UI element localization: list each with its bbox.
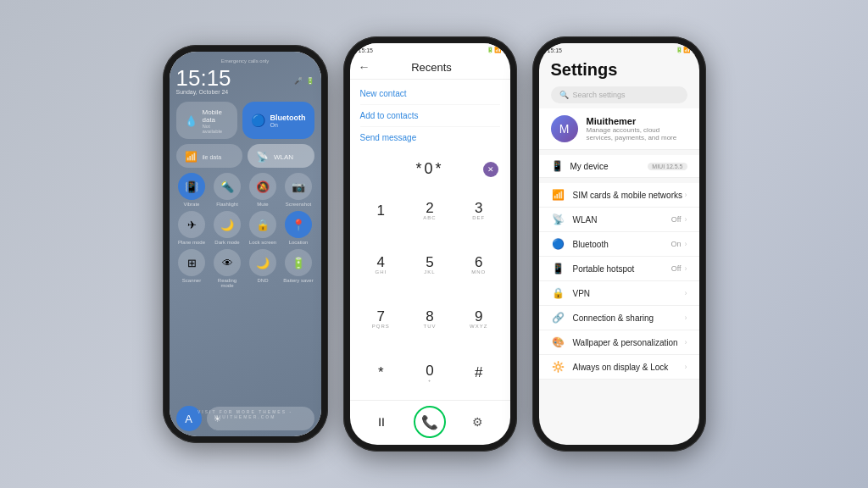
mute-btn[interactable]: 🔕 Mute: [248, 173, 279, 207]
screenshot-icon-circle: 📷: [285, 173, 312, 200]
key-1[interactable]: 1: [357, 183, 406, 237]
sim-icon: 📶: [551, 189, 566, 201]
cc-status-icons: 🎤 🔋: [294, 77, 314, 85]
bluetooth-settings-item[interactable]: 🔵 Bluetooth On ›: [539, 232, 699, 257]
vpn-item-left: 🔒 VPN: [551, 287, 591, 299]
connection-item-right: ›: [685, 313, 687, 322]
key-2-num: 2: [426, 201, 433, 215]
cc-grid-3: ⊞ Scanner 👁 Reading mode 🌙 DND 🔋 Battery…: [176, 249, 314, 288]
wallpaper-icon: 🎨: [551, 336, 566, 348]
key-star[interactable]: *: [357, 346, 406, 400]
battery-saver-label: Battery saver: [283, 278, 313, 283]
key-0[interactable]: 0 +: [405, 346, 454, 400]
hotspot-icon: 📱: [551, 263, 566, 274]
key-hash[interactable]: #: [454, 346, 504, 400]
key-7[interactable]: 7 PQRS: [357, 291, 406, 346]
screenshot-btn[interactable]: 📷 Screenshot: [283, 173, 314, 207]
voicemail-icon[interactable]: ⏸: [370, 410, 393, 434]
key-2[interactable]: 2 ABC: [405, 183, 454, 237]
wallpaper-item-right: ›: [685, 338, 687, 347]
mobile-data-tile2[interactable]: 📶 ile data: [176, 144, 243, 168]
reading-btn[interactable]: 👁 Reading mode: [212, 249, 243, 288]
sim-networks-item[interactable]: 📶 SIM cards & mobile networks ›: [539, 183, 699, 208]
bt-item-right: On ›: [670, 240, 687, 248]
key-6[interactable]: 6 MNO: [454, 237, 504, 291]
key-3-sub: DEF: [472, 215, 485, 220]
location-btn[interactable]: 📍 Location: [283, 211, 314, 245]
dialer-input-area: *0* ✕: [350, 152, 510, 183]
back-button[interactable]: ←: [359, 60, 370, 74]
dnd-icon-circle: 🌙: [249, 249, 276, 276]
hotspot-label: Portable hotspot: [573, 264, 635, 274]
settings-search-bar[interactable]: 🔍 Search settings: [551, 86, 687, 103]
aod-settings-item[interactable]: 🔆 Always on display & Lock ›: [539, 355, 699, 380]
profile-info: Miuithemer Manage accounts, cloud servic…: [587, 116, 687, 141]
wallpaper-label: Wallpaper & personalization: [573, 338, 678, 347]
bluetooth-tile[interactable]: 🔵 Bluetooth On: [242, 102, 314, 139]
key-8[interactable]: 8 TUV: [405, 291, 454, 346]
data-icon2: 📶: [185, 151, 198, 163]
darkmode-icon-circle: 🌙: [214, 211, 241, 238]
key-4[interactable]: 4 GHI: [357, 237, 406, 291]
cc-grid-1: 📳 Vibrate 🔦 Flashlight 🔕 Mute 📷 Screensh…: [176, 173, 314, 207]
key-3[interactable]: 3 DEF: [454, 183, 504, 237]
call-button[interactable]: 📞: [414, 406, 446, 438]
dialer-keypad: 1 2 ABC 3 DEF 4 GHI 5 JKL: [350, 183, 510, 400]
location-label: Location: [289, 240, 309, 245]
settings-time: 15:15: [548, 47, 563, 53]
wlan-settings-icon: 📡: [551, 214, 566, 225]
delete-button[interactable]: ✕: [483, 162, 498, 177]
hotspot-arrow: ›: [685, 264, 687, 273]
vpn-icon: 🔒: [551, 287, 566, 299]
vpn-item-right: ›: [685, 289, 687, 297]
mobile-data-sub: Not available: [203, 124, 229, 134]
vpn-settings-item[interactable]: 🔒 VPN ›: [539, 281, 699, 306]
hotspot-settings-item[interactable]: 📱 Portable hotspot Off ›: [539, 257, 699, 281]
scanner-btn[interactable]: ⊞ Scanner: [176, 249, 208, 288]
key-7-sub: PQRS: [372, 324, 390, 329]
device-label: My device: [570, 162, 609, 171]
accessibility-btn[interactable]: A: [176, 406, 202, 431]
key-4-sub: GHI: [375, 269, 387, 274]
cc-time: 15:15: [176, 67, 231, 89]
key-5[interactable]: 5 JKL: [405, 237, 454, 291]
search-icon: 🔍: [559, 91, 569, 99]
mobile-data-label: Mobile data: [203, 108, 229, 124]
darkmode-btn[interactable]: 🌙 Dark mode: [212, 211, 243, 245]
key-1-num: 1: [377, 203, 385, 218]
bluetooth-label: Bluetooth: [270, 114, 306, 122]
add-to-contacts-action[interactable]: Add to contacts: [360, 105, 500, 127]
bt-value: On: [670, 240, 681, 248]
battery-btn[interactable]: 🔋 Battery saver: [283, 249, 314, 288]
bt-item-left: 🔵 Bluetooth: [551, 238, 609, 250]
settings-content: 15:15 🔋📶 Settings 🔍 Search settings M Mi…: [539, 43, 699, 445]
wallpaper-settings-item[interactable]: 🎨 Wallpaper & personalization ›: [539, 330, 699, 355]
cc-date: Sunday, October 24: [176, 89, 231, 95]
brightness-slider[interactable]: ☀: [207, 407, 314, 430]
connection-settings-item[interactable]: 🔗 Connection & sharing ›: [539, 306, 699, 330]
brightness-icon: ☀: [214, 414, 221, 424]
dialer-bottom-bar: ⏸ 📞 ⚙: [350, 400, 510, 445]
settings-profile-row[interactable]: M Miuithemer Manage accounts, cloud serv…: [539, 108, 699, 150]
settings-icon[interactable]: ⚙: [466, 410, 490, 434]
lockscreen-btn[interactable]: 🔒 Lock screen: [248, 211, 279, 245]
my-device-row[interactable]: 📱 My device MIUI 12.5.5: [539, 155, 699, 178]
aod-item-right: ›: [685, 363, 687, 371]
settings-title-area: Settings: [539, 55, 699, 83]
wlan-settings-item[interactable]: 📡 WLAN Off ›: [539, 208, 699, 232]
wlan-tile[interactable]: 📡 WLAN: [248, 144, 314, 168]
dialer-status-bar: 15:15 🔋📶: [350, 43, 510, 55]
plane-btn[interactable]: ✈ Plane mode: [176, 211, 208, 245]
key-9[interactable]: 9 WXYZ: [454, 291, 504, 346]
settings-title: Settings: [551, 60, 687, 80]
vibrate-btn[interactable]: 📳 Vibrate: [176, 173, 208, 207]
new-contact-action[interactable]: New contact: [360, 83, 500, 105]
flashlight-btn[interactable]: 🔦 Flashlight: [212, 173, 243, 207]
dnd-btn[interactable]: 🌙 DND: [248, 249, 279, 288]
dialer-content: 15:15 🔋📶 ← Recents New contact Add to co…: [350, 43, 510, 445]
mobile-data-tile[interactable]: 💧 Mobile data Not available: [176, 102, 237, 139]
sim-item-right: ›: [685, 191, 687, 199]
wallpaper-item-left: 🎨 Wallpaper & personalization: [551, 336, 678, 348]
send-message-action[interactable]: Send message: [360, 127, 500, 148]
vibrate-label: Vibrate: [184, 202, 200, 207]
